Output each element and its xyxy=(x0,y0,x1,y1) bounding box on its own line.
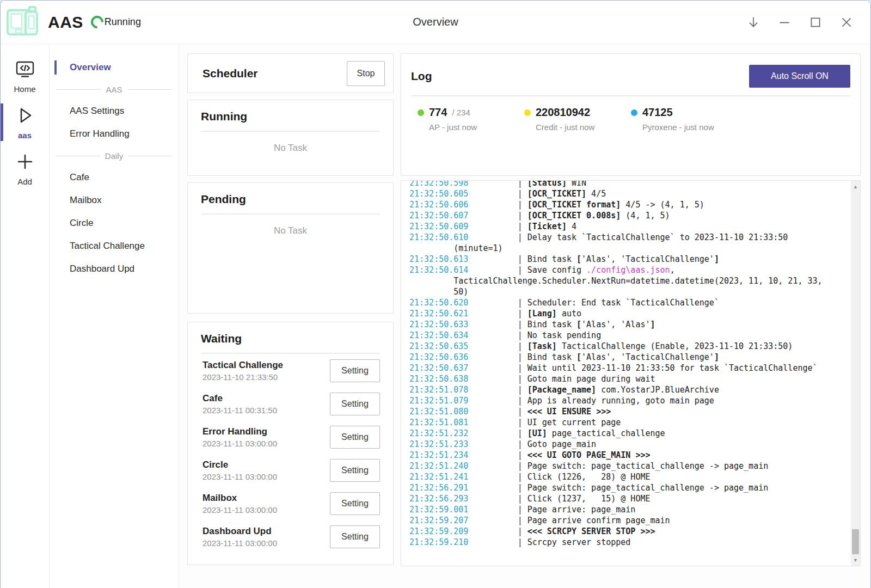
nav-item-error-handling[interactable]: Error Handling xyxy=(50,122,179,145)
minimize-button[interactable] xyxy=(772,10,796,34)
log-line: INFO21:32:56.291 | Page switch: page_tac… xyxy=(409,482,838,493)
divider xyxy=(201,131,380,132)
nav-item-aas-settings[interactable]: AAS Settings xyxy=(50,100,179,122)
stat-label: Credit - just now xyxy=(536,122,631,132)
task-setting-button-circle[interactable]: Setting xyxy=(330,459,380,482)
log-line: INFO21:32:50.621 | [Lang] auto xyxy=(409,308,838,319)
stat-credit: 220810942 Credit - just now xyxy=(524,106,631,132)
stat-value: 220810942 xyxy=(536,106,590,119)
update-button[interactable] xyxy=(741,10,765,34)
log-line: INFO21:32:56.293 | Click (1237, 15) @ HO… xyxy=(409,493,838,504)
home-code-monitor-icon xyxy=(15,60,35,81)
waiting-card: Waiting Tactical Challenge 2023-11-10 21… xyxy=(187,322,394,565)
task-setting-button-cafe[interactable]: Setting xyxy=(330,393,380,415)
scroll-down-icon[interactable]: ▼ xyxy=(851,555,860,565)
stat-credit-dot-icon xyxy=(524,109,531,116)
log-line: INFO21:32:50.598 | [Status] WIN xyxy=(409,181,838,188)
nav-item-circle[interactable]: Circle xyxy=(50,212,179,235)
maximize-button[interactable] xyxy=(803,10,827,34)
log-line: INFO21:32:51.240 | Page switch: page_tac… xyxy=(409,461,838,471)
log-line: INFO21:32:50.634 | No task pending xyxy=(409,330,838,341)
log-line: INFO21:32:59.210 | Scrcpy server stopped xyxy=(409,537,838,548)
nav-item-label: Overview xyxy=(70,62,111,73)
log-line: INFO21:32:51.078 | [Package_name] com.Yo… xyxy=(409,384,838,395)
down-arrow-icon xyxy=(746,15,760,29)
log-line: INFO21:32:51.241 | Click (1226, 28) @ HO… xyxy=(409,471,838,482)
pending-title: Pending xyxy=(201,193,380,206)
waiting-task-list: Tactical Challenge 2023-11-10 21:33:50 S… xyxy=(201,354,380,553)
log-line: INFO21:32:50.620 | Scheduler: End task `… xyxy=(409,297,838,308)
waiting-task-row-circle: Circle 2023-11-11 03:00:00 Setting xyxy=(201,454,380,487)
play-icon xyxy=(15,106,35,127)
waiting-task-row-cafe: Cafe 2023-11-11 00:31:50 Setting xyxy=(201,387,380,420)
log-line: INFO21:32:59.209 | <<< SCRCPY SERVER STO… xyxy=(409,526,838,537)
stat-pyroxene: 47125 Pyroxene - just now xyxy=(631,106,738,132)
task-name: Circle xyxy=(203,460,277,470)
scroll-up-icon[interactable]: ▲ xyxy=(851,182,860,191)
log-output[interactable]: INFO21:32:50.598 | [Status] WININFO21:32… xyxy=(401,181,851,566)
log-line: INFO21:32:50.610 | Delay task `TacticalC… xyxy=(409,232,838,254)
log-scrollbar[interactable]: ▲ ▼ xyxy=(851,181,860,566)
stat-ap-dot-icon xyxy=(418,109,424,116)
stat-value: 774 xyxy=(429,106,447,119)
log-header-card: Log Auto Scroll ON 774 / 234 AP - just n… xyxy=(401,53,861,176)
waiting-task-row-error-handling: Error Handling 2023-11-11 03:00:00 Setti… xyxy=(201,420,380,454)
task-setting-button-dashboard-upd[interactable]: Setting xyxy=(330,525,380,548)
nav-item-mailbox[interactable]: Mailbox xyxy=(50,189,179,212)
task-info: Mailbox 2023-11-11 03:00:00 xyxy=(201,493,277,514)
nav-section-label: AAS xyxy=(106,85,122,94)
task-setting-button-mailbox[interactable]: Setting xyxy=(330,492,380,515)
dashboard-stats: 774 / 234 AP - just now 220810942 Credit… xyxy=(411,106,850,132)
task-name: Tactical Challenge xyxy=(203,360,283,371)
nav-item-overview[interactable]: Overview xyxy=(50,56,179,79)
divider xyxy=(201,213,380,215)
app-body: Home aas Add OverviewAASAAS SettingsErro… xyxy=(1,44,870,588)
log-line: INFO21:32:51.234 | <<< UI GOTO PAGE_MAIN… xyxy=(409,450,838,461)
task-setting-button-error-handling[interactable]: Setting xyxy=(330,426,380,449)
log-line: INFO21:32:50.613 | Bind task ['Alas', 'T… xyxy=(409,254,838,265)
log-line: INFO21:32:51.232 | [UI] page_tactical_ch… xyxy=(409,428,838,439)
log-title: Log xyxy=(411,70,432,83)
close-button[interactable] xyxy=(835,10,858,34)
nav-section-daily: Daily xyxy=(50,145,179,166)
log-line: INFO21:32:50.638 | Goto main page during… xyxy=(409,373,838,384)
window-controls xyxy=(741,10,870,34)
app-logo xyxy=(6,5,40,39)
nav-item-cafe[interactable]: Cafe xyxy=(50,166,179,189)
scheduler-card: Scheduler Stop xyxy=(187,53,394,93)
log-line: INFO21:32:50.605 | [OCR_TICKET] 4/5 xyxy=(409,188,838,199)
waiting-title: Waiting xyxy=(201,332,380,345)
nav-item-dashboard-upd[interactable]: Dashboard Upd xyxy=(50,258,179,280)
nav-item-tactical-challenge[interactable]: Tactical Challenge xyxy=(50,235,179,258)
nav-section-label: Daily xyxy=(105,151,123,161)
task-name: Mailbox xyxy=(203,493,277,504)
log-line: INFO21:32:51.079 | App is already runnin… xyxy=(409,395,838,406)
scheduler-title: Scheduler xyxy=(203,67,258,80)
task-setting-button-tactical-challenge[interactable]: Setting xyxy=(330,359,380,382)
scrollbar-thumb[interactable] xyxy=(852,529,859,554)
running-empty-text: No Task xyxy=(201,143,380,154)
task-next-run: 2023-11-10 21:33:50 xyxy=(203,372,283,382)
rail-item-add[interactable]: Add xyxy=(1,146,49,193)
nav-item-label: Tactical Challenge xyxy=(70,241,145,252)
log-view-card: INFO21:32:50.598 | [Status] WININFO21:32… xyxy=(401,180,861,566)
stop-button[interactable]: Stop xyxy=(347,61,385,86)
running-spinner-icon xyxy=(88,13,106,31)
running-title: Running xyxy=(201,110,380,123)
task-name: Cafe xyxy=(203,393,277,404)
stat-value: 47125 xyxy=(642,106,673,119)
log-content: INFO21:32:50.598 | [Status] WININFO21:32… xyxy=(401,181,838,548)
log-line: INFO21:32:50.606 | [OCR_TICKET format] 4… xyxy=(409,199,838,210)
running-status: Running xyxy=(105,16,141,28)
log-line: INFO21:32:50.635 | [Task] TacticalChalle… xyxy=(409,341,838,352)
rail-item-label: aas xyxy=(18,131,32,140)
minimize-icon xyxy=(777,15,792,29)
waiting-task-row-mailbox: Mailbox 2023-11-11 03:00:00 Setting xyxy=(201,487,380,520)
rail-item-aas[interactable]: aas xyxy=(1,100,49,146)
rail-item-label: Add xyxy=(17,177,32,186)
rail-item-home[interactable]: Home xyxy=(1,55,49,100)
content: Scheduler Stop Running No Task Pending N… xyxy=(179,44,870,588)
task-next-run: 2023-11-11 03:00:00 xyxy=(203,472,277,481)
auto-scroll-button[interactable]: Auto Scroll ON xyxy=(749,65,850,88)
log-line: INFO21:32:50.636 | Bind task ['Alas', 'T… xyxy=(409,352,838,363)
